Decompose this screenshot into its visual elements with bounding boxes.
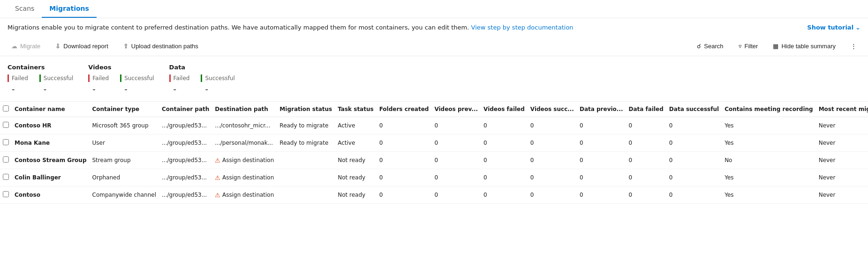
summary-bar-red: [8, 74, 9, 82]
row-checkbox-cell: [0, 152, 12, 169]
summary-label: Successful: [124, 75, 154, 82]
cell-videos_prev: 0: [431, 152, 481, 169]
col-header-data_succ: Data successful: [666, 102, 722, 117]
row-checkbox[interactable]: [3, 191, 9, 197]
cell-recent: Never: [816, 152, 868, 169]
summary-item-data-failed: Failed-: [169, 74, 190, 94]
col-header-recent[interactable]: Most recent migration ↓: [816, 102, 868, 117]
cell-migration_status: [277, 169, 335, 186]
more-options-button[interactable]: ⋮: [847, 40, 860, 52]
tab-scans[interactable]: Scans: [8, 0, 42, 18]
row-checkbox-cell: [0, 117, 12, 134]
summary-group-videos: VideosFailed-Successful-: [88, 64, 154, 94]
row-checkbox[interactable]: [3, 139, 9, 145]
summary-group-data: DataFailed-Successful-: [169, 64, 235, 94]
cell-task_status: Active: [335, 117, 376, 134]
cell-folders: 0: [377, 152, 432, 169]
warning-icon: ⚠: [215, 174, 220, 181]
row-checkbox-cell: [0, 169, 12, 186]
cell-data_prev: 0: [577, 134, 626, 152]
cell-name: Mona Kane: [12, 134, 90, 152]
hide-summary-button[interactable]: ▦ Hide table summary: [769, 40, 839, 52]
table-row: ContosoCompanywide channel.../group/ed53…: [0, 186, 868, 204]
more-icon: ⋮: [851, 43, 857, 50]
col-header-videos_succ: Videos succ...: [528, 102, 577, 117]
cell-path: .../group/ed53...: [159, 117, 212, 134]
summary-value: -: [169, 84, 190, 94]
summary-section: ContainersFailed-Successful-VideosFailed…: [0, 56, 868, 102]
summary-value: -: [201, 84, 234, 94]
cell-contains_meeting: Yes: [722, 169, 816, 186]
select-all-checkbox[interactable]: [3, 105, 9, 111]
cell-type: Microsoft 365 group: [90, 117, 159, 134]
cell-contains_meeting: Yes: [722, 117, 816, 134]
cell-videos_prev: 0: [431, 169, 481, 186]
cell-videos_prev: 0: [431, 117, 481, 134]
warning-icon: ⚠: [215, 192, 220, 199]
col-header-folders: Folders created: [377, 102, 432, 117]
cell-task_status: Not ready: [335, 186, 376, 204]
bar-chart-icon: ▦: [773, 43, 778, 50]
tab-migrations[interactable]: Migrations: [42, 0, 97, 18]
cell-data_prev: 0: [577, 186, 626, 204]
cell-data_prev: 0: [577, 152, 626, 169]
assign-destination[interactable]: ⚠ Assign destination: [215, 174, 274, 181]
cell-migration_status: Ready to migrate: [277, 117, 335, 134]
row-checkbox[interactable]: [3, 156, 9, 163]
cell-recent: Never: [816, 134, 868, 152]
migrate-icon: ☁: [11, 43, 17, 50]
migrate-button[interactable]: ☁ Migrate: [8, 40, 44, 52]
summary-item-containers-failed: Failed-: [8, 74, 28, 94]
download-button[interactable]: ⇩ Download report: [52, 40, 112, 52]
cell-videos_succ: 0: [528, 186, 577, 204]
cell-data_failed: 0: [626, 152, 666, 169]
upload-button[interactable]: ⇧ Upload destination paths: [120, 40, 202, 52]
table-row: Colin BallingerOrphaned.../group/ed53...…: [0, 169, 868, 186]
cell-path: .../group/ed53...: [159, 134, 212, 152]
info-text: Migrations enable you to migrate content…: [8, 24, 574, 31]
download-icon: ⇩: [55, 43, 60, 50]
cell-data_succ: 0: [666, 117, 722, 134]
cell-name: Contoso Stream Group: [12, 152, 90, 169]
cell-data_failed: 0: [626, 134, 666, 152]
summary-bar-green: [39, 74, 41, 82]
cell-videos_prev: 0: [431, 134, 481, 152]
search-icon: ☌: [697, 43, 701, 50]
assign-destination[interactable]: ⚠ Assign destination: [215, 192, 274, 199]
row-checkbox[interactable]: [3, 122, 9, 128]
show-tutorial-button[interactable]: Show tutorial ⌄: [807, 24, 860, 31]
cell-folders: 0: [377, 117, 432, 134]
cell-videos_failed: 0: [481, 186, 528, 204]
cell-data_prev: 0: [577, 117, 626, 134]
toolbar-left: ☁ Migrate ⇩ Download report ⇧ Upload des…: [8, 40, 202, 52]
assign-destination[interactable]: ⚠ Assign destination: [215, 157, 274, 164]
col-header-migration_status: Migration status: [277, 102, 335, 117]
toolbar: ☁ Migrate ⇩ Download report ⇧ Upload des…: [0, 37, 868, 56]
info-bar: Migrations enable you to migrate content…: [0, 18, 868, 37]
cell-videos_failed: 0: [481, 134, 528, 152]
summary-group-title-videos: Videos: [88, 64, 154, 71]
cell-videos_succ: 0: [528, 152, 577, 169]
cell-dest: ⚠ Assign destination: [212, 169, 277, 186]
cell-name: Contoso: [12, 186, 90, 204]
col-header-data_failed: Data failed: [626, 102, 666, 117]
summary-value: -: [8, 84, 28, 94]
cell-videos_failed: 0: [481, 169, 528, 186]
summary-bar-red: [88, 74, 90, 82]
row-checkbox[interactable]: [3, 174, 9, 180]
filter-button[interactable]: ▿ Filter: [735, 40, 762, 52]
summary-groups: ContainersFailed-Successful-VideosFailed…: [8, 64, 860, 94]
upload-icon: ⇧: [123, 43, 128, 50]
summary-bar-green: [120, 74, 121, 82]
cell-migration_status: [277, 152, 335, 169]
summary-item-containers-successful: Successful-: [39, 74, 73, 94]
summary-bar-red: [169, 74, 171, 82]
col-header-name: Container name: [12, 102, 90, 117]
cell-path: .../group/ed53...: [159, 186, 212, 204]
search-button[interactable]: ☌ Search: [693, 40, 727, 52]
cell-dest: ⚠ Assign destination: [212, 152, 277, 169]
cell-folders: 0: [377, 134, 432, 152]
docs-link[interactable]: View step by step documentation: [471, 24, 574, 31]
table-row: Mona KaneUser.../group/ed53....../person…: [0, 134, 868, 152]
warning-icon: ⚠: [215, 157, 220, 164]
